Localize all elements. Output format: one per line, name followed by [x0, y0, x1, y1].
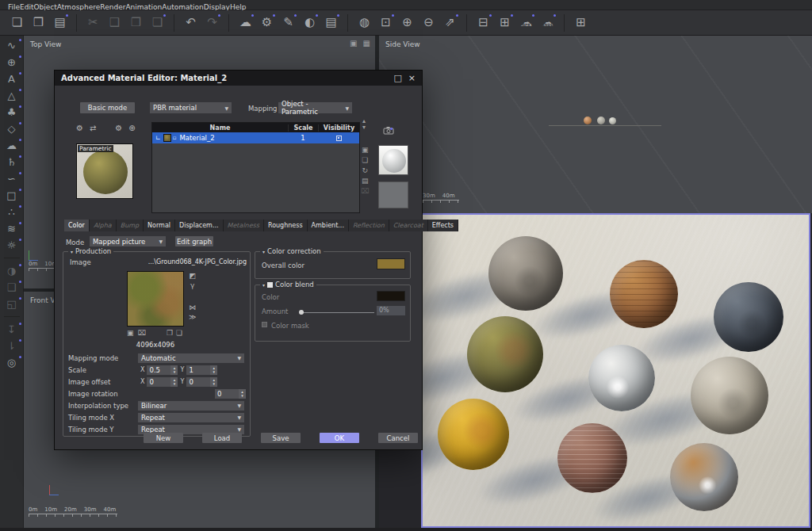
render-preview-thumbnail[interactable] [378, 145, 408, 175]
load-image-icon[interactable]: ▣ [127, 330, 134, 337]
tab-color[interactable]: Color [64, 220, 90, 231]
boolean-icon[interactable]: ◑ [1, 262, 23, 279]
amount-slider-knob[interactable] [299, 310, 304, 315]
arrange-icon[interactable]: ≫ [189, 314, 196, 321]
grid-view-icon[interactable]: ▦ [363, 39, 370, 48]
blend-color-swatch[interactable] [377, 291, 405, 301]
tab-effects[interactable]: Effects [428, 220, 458, 231]
basic-mode-button[interactable]: Basic mode [80, 102, 135, 113]
text-icon[interactable]: A [1, 71, 23, 87]
drop-all-icon[interactable]: ⇂ [1, 338, 23, 354]
camera-drop-icon[interactable]: ◎ [1, 354, 23, 371]
menu-object[interactable]: Object [34, 3, 57, 11]
menu-edit[interactable]: Edit [20, 3, 33, 11]
material-type-select[interactable]: PBR material▼ [150, 102, 232, 113]
tab-displacem[interactable]: Displacem... [175, 220, 224, 231]
cut-icon[interactable]: ✂ [83, 13, 103, 33]
edit-graph-button[interactable]: Edit graph [175, 236, 213, 246]
object-properties-icon[interactable]: ⚙ [257, 13, 277, 33]
wind-icon[interactable]: ≋ [1, 220, 23, 237]
copy-icon[interactable]: ❑ [105, 13, 124, 33]
amount-value[interactable]: 0% [377, 306, 405, 315]
redo-icon[interactable]: ↷ [202, 13, 222, 33]
stepper-down-icon[interactable]: ▾ [174, 382, 176, 386]
primitive-icon[interactable]: □ [1, 187, 23, 204]
dialog-titlebar[interactable]: Advanced Material Editor: Material_2 □ × [55, 71, 422, 86]
load-button[interactable]: Load [202, 433, 242, 443]
material-row-selected[interactable]: ∟ ▫ Material_2 1 [152, 132, 359, 143]
save-material-icon[interactable]: ▤ [362, 178, 369, 185]
drop-object-icon[interactable]: ↧ [1, 321, 23, 338]
ring-planet-icon[interactable]: ♄ [1, 154, 23, 170]
tab-alpha[interactable]: Alpha [90, 220, 117, 231]
fullscreen-icon[interactable]: ⊡ [376, 13, 396, 33]
color-blend-checkbox[interactable] [267, 282, 273, 288]
group-icon[interactable]: ❑ [1, 279, 23, 296]
picture-list-icon[interactable]: ⊟ [473, 13, 493, 33]
stepper-down-icon[interactable]: ▾ [213, 382, 216, 386]
cancel-button[interactable]: Cancel [378, 433, 418, 443]
gamma-icon[interactable]: γ [190, 282, 194, 289]
network-icon[interactable]: ◍ [354, 13, 374, 33]
mirror-icon[interactable]: ⋈ [189, 304, 196, 311]
move-down-icon[interactable]: ▾ [362, 124, 366, 131]
color-mask-checkbox[interactable] [262, 322, 267, 327]
new-file-icon[interactable]: ❏ [7, 13, 27, 33]
texture-thumbnail[interactable] [127, 271, 184, 327]
scale-column-header[interactable]: Scale [288, 124, 318, 132]
production-legend[interactable]: ▾Production [68, 248, 113, 255]
invert-icon[interactable]: ◩ [189, 273, 196, 280]
undo-icon[interactable]: ↶ [181, 13, 201, 33]
color-blend-legend[interactable]: ▾Color blend [260, 281, 316, 288]
image-offset-y-stepper[interactable]: 0▴▾ [186, 377, 217, 387]
export-queue-icon[interactable]: ⊞ [571, 13, 591, 33]
name-column-header[interactable]: Name [152, 124, 288, 132]
merge-icon[interactable]: ◱ [1, 296, 23, 312]
rock-icon[interactable]: ◇ [1, 120, 23, 137]
npr-render-icon[interactable]: ☁NPR [516, 13, 536, 33]
menu-atmosphere[interactable]: Atmosphere [57, 3, 101, 11]
menu-automation[interactable]: Automation [162, 3, 203, 11]
background-preview-swatch[interactable] [378, 181, 408, 208]
maximize-icon[interactable]: □ [393, 74, 401, 82]
tab-roughness[interactable]: Roughness [264, 220, 308, 231]
stepper-arrows[interactable]: ▴▾ [210, 365, 217, 375]
zoom-in-icon[interactable]: ⊕ [397, 13, 417, 33]
delete-image-icon[interactable]: ⌧ [138, 330, 146, 337]
flip-vertical-icon[interactable]: ❏ [176, 330, 182, 337]
stepper-down-icon[interactable]: ▾ [174, 370, 176, 374]
save-button[interactable]: Save [261, 433, 301, 443]
new-button[interactable]: New [144, 433, 183, 443]
image-rotation-stepper[interactable]: 0▴▾ [215, 389, 246, 399]
add-frame-icon[interactable]: ⊞ [495, 13, 515, 33]
path-icon[interactable]: ∽ [1, 170, 23, 187]
paint-icon[interactable]: ✎ [278, 13, 298, 33]
stepper-arrows[interactable]: ▴▾ [210, 377, 217, 387]
paste-icon[interactable]: ❒ [126, 13, 146, 33]
camera-icon[interactable] [383, 126, 394, 136]
material-settings-icon[interactable]: ⚙ [76, 124, 83, 132]
close-icon[interactable]: × [408, 74, 416, 82]
scale-y-stepper[interactable]: 1▴▾ [186, 365, 217, 375]
cube-view-icon[interactable]: ▣ [350, 39, 357, 48]
material-orientation-icon[interactable]: ↻ [362, 167, 368, 174]
cloud-icon[interactable]: ☁ [1, 137, 23, 154]
flip-horizontal-icon[interactable]: ❐ [167, 330, 173, 337]
mapping-mode-select[interactable]: Automatic▼ [138, 353, 244, 363]
material-shuffle-icon[interactable]: ⇄ [90, 124, 96, 132]
scale-x-stepper[interactable]: 0.5▴▾ [147, 365, 178, 375]
stepper-arrows[interactable]: ▴▾ [170, 377, 178, 387]
mode-select[interactable]: Mapped picture▼ [90, 236, 166, 246]
zoom-out-icon[interactable]: ⊖ [419, 13, 439, 33]
metaball-icon[interactable]: ∴ [1, 204, 23, 220]
ok-button[interactable]: OK [320, 433, 359, 443]
terrain-icon[interactable]: △ [1, 87, 23, 104]
menu-animation[interactable]: Animation [125, 3, 162, 11]
menu-help[interactable]: Help [230, 3, 247, 11]
visibility-column-header[interactable]: Visibility [318, 124, 359, 132]
material-preview[interactable]: Parametric [76, 143, 133, 199]
color-correction-legend[interactable]: ▾Color correction [260, 248, 324, 255]
overall-color-swatch[interactable] [377, 258, 405, 269]
menu-render[interactable]: Render [100, 3, 125, 11]
new-material-icon[interactable]: ❏ [362, 157, 368, 164]
